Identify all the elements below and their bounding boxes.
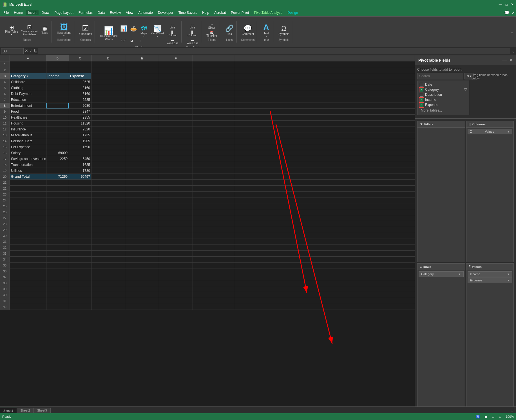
cell-d24[interactable] [91,197,125,203]
cell-b4[interactable] [46,79,69,85]
menu-design[interactable]: Design [285,10,300,15]
scatter-btn[interactable]: ⋮⋰ [119,39,127,43]
function-icon[interactable]: fx [34,48,37,54]
cell-b29[interactable] [46,227,69,233]
cell-c7[interactable]: 2585 [69,97,91,103]
cell-d1[interactable] [91,61,125,67]
cell-e2[interactable] [125,67,159,73]
cell-b20[interactable]: 71250 [46,174,69,179]
maximize-btn[interactable]: □ [506,3,508,6]
cell-f38[interactable] [159,280,193,286]
cancel-icon[interactable]: ✕ [25,48,28,54]
table-btn[interactable]: ▦ Table [40,25,50,35]
col-header-f[interactable]: F [159,55,193,61]
cell-c19[interactable]: 1780 [69,168,91,174]
cell-d32[interactable] [91,245,125,250]
cell-e34[interactable] [125,257,159,262]
cell-d18[interactable] [91,162,125,168]
view-layout-icon[interactable]: ⊞ [492,415,494,419]
cell-c22[interactable] [69,186,91,191]
cell-c6[interactable]: 6160 [69,91,91,97]
cell-b2[interactable] [46,67,69,73]
cell-f19[interactable] [159,168,193,174]
cell-d33[interactable] [91,251,125,256]
cell-c24[interactable] [69,197,91,203]
cell-c27[interactable] [69,215,91,221]
cell-d22[interactable] [91,186,125,191]
maps-btn[interactable]: 🗺 Maps ▾ [139,25,149,38]
cell-d38[interactable] [91,280,125,286]
cell-d42[interactable] [91,304,125,310]
line-chart-btn[interactable]: 〰 Line [166,22,179,30]
cell-a17[interactable]: Savings and Investments [10,156,46,162]
cell-b21[interactable] [46,180,69,185]
category-row-arrow[interactable]: ▼ [458,273,461,276]
field-item-income[interactable]: ✓ Income [419,97,468,102]
cell-e35[interactable] [125,263,159,268]
pivot-collapse-icon[interactable]: — [502,57,507,63]
cell-f21[interactable] [159,180,193,185]
cell-b7[interactable] [46,97,69,103]
cell-e42[interactable] [125,304,159,310]
funnel-btn[interactable]: ⌇ [136,39,144,43]
cell-b30[interactable] [46,233,69,239]
cell-c2[interactable] [69,67,91,73]
cell-f2[interactable] [159,67,193,73]
cell-b28[interactable] [46,221,69,227]
cell-a8[interactable]: Entertainment [10,103,46,108]
cell-d12[interactable] [91,126,125,132]
cell-d29[interactable] [91,227,125,233]
field-checkbox-expense[interactable]: ✓ [420,103,423,107]
menu-help[interactable]: Help [200,10,211,15]
field-checkbox-income[interactable]: ✓ [420,98,423,102]
cell-d37[interactable] [91,274,125,280]
menu-review[interactable]: Review [108,10,123,15]
cell-b8[interactable] [46,103,69,108]
cell-d39[interactable] [91,286,125,292]
cell-c40[interactable] [69,292,91,298]
cell-e22[interactable] [125,186,159,191]
cell-f5[interactable] [159,85,193,91]
cell-e21[interactable] [125,180,159,185]
cell-c34[interactable] [69,257,91,262]
cell-a2[interactable] [10,67,46,73]
cell-a31[interactable] [10,239,46,245]
cell-e37[interactable] [125,274,159,280]
cell-c16[interactable] [69,150,91,156]
menu-home[interactable]: Home [12,10,25,15]
cell-e16[interactable] [125,150,159,156]
drop-zone-item[interactable]: Σ Values ▼ [468,129,513,134]
cell-f17[interactable] [159,156,193,162]
cell-b41[interactable] [46,298,69,304]
menu-pivottable-analyze[interactable]: PivotTable Analyze [252,10,285,15]
cell-b16[interactable]: 69000 [46,150,69,156]
cell-a6[interactable]: Debt Payment [10,91,46,97]
cell-c31[interactable] [69,239,91,245]
cell-a25[interactable] [10,203,46,209]
cell-c33[interactable] [69,251,91,256]
cell-a20[interactable]: Grand Total [10,174,46,179]
cell-a40[interactable] [10,292,46,298]
cell-e32[interactable] [125,245,159,250]
col-header-e[interactable]: E [125,55,159,61]
cell-f4[interactable] [159,79,193,85]
menu-insert[interactable]: Insert [26,10,39,15]
cell-b14[interactable] [46,138,69,144]
illustrations-btn[interactable]: 🖼 Illustrations ▾ [56,23,72,37]
menu-formulas[interactable]: Formulas [76,10,95,15]
cell-f22[interactable] [159,186,193,191]
cell-c8[interactable]: 2030 [69,103,91,108]
field-item-description[interactable]: Description [419,92,468,97]
cell-d28[interactable] [91,221,125,227]
pie-chart-btn[interactable]: 🥧 [129,25,138,38]
cell-a5[interactable]: Clothing [10,85,46,91]
cell-a34[interactable] [10,257,46,262]
cell-c26[interactable] [69,209,91,215]
cell-d7[interactable] [91,97,125,103]
link-btn[interactable]: 🔗 Link [224,24,235,36]
cell-a35[interactable] [10,263,46,268]
col-header-c[interactable]: C [69,55,91,61]
cell-e23[interactable] [125,192,159,197]
sparkline-line-btn[interactable]: 〰 Line [187,22,198,30]
cell-a41[interactable] [10,298,46,304]
